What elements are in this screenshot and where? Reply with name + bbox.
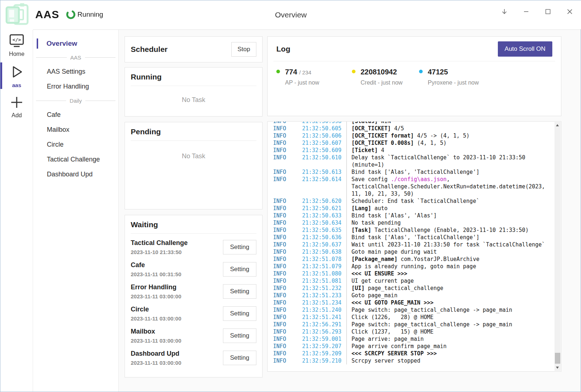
minimize-button[interactable] [518, 4, 534, 19]
log-timestamp: 21:32:50.606 [302, 132, 343, 139]
stop-button[interactable]: Stop [231, 42, 256, 57]
scroll-up-icon[interactable] [556, 124, 559, 126]
waiting-task-info: Dashboard Upd2023-11-11 03:00:00 [131, 350, 181, 366]
log-message: Delay task `TacticalChallenge` to 2023-1… [346, 154, 552, 168]
log-timestamp: 21:32:50.638 [302, 248, 343, 256]
log-message: <<< UI ENSURE >>> [346, 270, 552, 277]
log-timestamp: 21:32:50.635 [302, 226, 343, 234]
log-message: [Package_name] com.YostarJP.BlueArchive [346, 256, 552, 263]
log-message: <<< UI GOTO PAGE_MAIN >>> [346, 299, 552, 306]
arrow-down-icon [501, 8, 508, 15]
rail-item-aas[interactable]: aas [0, 60, 33, 91]
log-timestamp: 21:32:59.001 [302, 335, 343, 343]
log-level: INFO [273, 168, 302, 176]
log-message: [OCR_TICKET format] 4/5 -> (4, 1, 5) [346, 132, 552, 139]
log-line: INFO21:32:51.081UI get current page [273, 277, 552, 285]
sidebar-item-dashboard-upd[interactable]: Dashboard Upd [33, 167, 118, 182]
rail-item-add[interactable]: Add [0, 91, 33, 122]
log-line: INFO21:32:50.621[Lang] auto [273, 205, 552, 212]
log-message: Click (1226, 28) @ HOME [346, 314, 552, 321]
waiting-task-next-run: 2023-11-11 03:00:00 [131, 315, 181, 322]
setting-button[interactable]: Setting [223, 284, 256, 299]
waiting-task-row: Tactical Challenge2023-11-10 21:33:50Set… [131, 236, 256, 258]
hide-window-button[interactable] [496, 4, 512, 19]
log-output-card: INFO21:32:50.598[Status] WININFO21:32:50… [267, 121, 561, 372]
log-timestamp: 21:32:50.637 [302, 241, 343, 248]
log-level: INFO [273, 263, 302, 270]
divider [131, 140, 256, 141]
log-output: INFO21:32:50.598[Status] WININFO21:32:50… [268, 121, 561, 364]
active-indicator [0, 62, 2, 89]
setting-button[interactable]: Setting [223, 306, 256, 321]
log-line: INFO21:32:50.607[OCR_TICKET 0.008s] (4, … [273, 139, 552, 147]
sidebar-item-error-handling[interactable]: Error Handling [33, 79, 118, 94]
waiting-task-next-run: 2023-11-11 00:31:50 [131, 271, 181, 277]
log-message: Goto main page during wait [346, 248, 552, 256]
scroll-down-icon[interactable] [556, 367, 559, 369]
play-icon [9, 64, 24, 80]
log-timestamp: 21:32:51.234 [302, 299, 343, 306]
stat-value: 774 / 234 [285, 68, 352, 76]
log-timestamp: 21:32:50.613 [302, 168, 343, 176]
waiting-task-row: Circle2023-11-11 03:00:00Setting [131, 302, 256, 324]
pending-card: Pending No Task [125, 122, 263, 209]
scrollbar-thumb[interactable] [555, 353, 560, 364]
app-window: Overview AAS Running [0, 0, 581, 392]
log-line: INFO21:32:51.240Page switch: page_tactic… [273, 306, 552, 314]
log-level: INFO [273, 132, 302, 139]
log-line: INFO21:32:50.638Goto main page during wa… [273, 248, 552, 256]
log-timestamp: 21:32:50.633 [302, 212, 343, 219]
stat-value: 220810942 [361, 68, 419, 76]
minimize-icon [523, 8, 530, 15]
waiting-task-name: Error Handling [131, 283, 181, 291]
log-timestamp: 21:32:56.293 [302, 328, 343, 335]
log-line: INFO21:32:50.634No task pending [273, 219, 552, 226]
log-message: Click (1237, 15) @ HOME [346, 328, 552, 335]
stat-dot-icon [419, 70, 423, 73]
sidebar-item-cafe[interactable]: Cafe [33, 107, 118, 122]
log-message: Save config ./config\aas.json, TacticalC… [346, 176, 552, 197]
log-timestamp: 21:32:59.210 [302, 357, 343, 364]
waiting-task-name: Dashboard Upd [131, 350, 181, 358]
log-level: INFO [273, 256, 302, 263]
waiting-task-info: Mailbox2023-11-11 03:00:00 [131, 328, 181, 344]
rail-item-home[interactable]: </> Home [0, 30, 33, 60]
waiting-task-info: Error Handling2023-11-11 03:00:00 [131, 283, 181, 299]
waiting-task-row: Cafe2023-11-11 00:31:50Setting [131, 258, 256, 280]
log-timestamp: 21:32:51.078 [302, 256, 343, 263]
maximize-icon [544, 8, 552, 15]
log-timestamp: 21:32:50.620 [302, 197, 343, 205]
log-level: INFO [273, 285, 302, 292]
setting-button[interactable]: Setting [223, 351, 256, 365]
log-stat: 774 / 234AP - just now [276, 68, 352, 86]
close-button[interactable] [562, 4, 578, 19]
sidebar-item-aas-settings[interactable]: AAS Settings [33, 64, 118, 79]
log-timestamp: 21:32:51.080 [302, 270, 343, 277]
setting-button[interactable]: Setting [223, 240, 256, 254]
log-level: INFO [273, 226, 302, 234]
sidebar-item-mailbox[interactable]: Mailbox [33, 122, 118, 137]
maximize-button[interactable] [540, 4, 556, 19]
log-line: INFO21:32:50.614Save config ./config\aas… [273, 176, 552, 197]
log-message: No task pending [346, 219, 552, 226]
auto-scroll-button[interactable]: Auto Scroll ON [498, 41, 552, 57]
log-message: Scrcpy server stopped [346, 357, 552, 364]
log-level: INFO [273, 314, 302, 321]
log-line: INFO21:32:59.210Scrcpy server stopped [273, 357, 552, 364]
pending-title: Pending [131, 127, 161, 136]
log-scrollbar[interactable] [554, 122, 561, 371]
running-title: Running [131, 73, 162, 81]
app-logo-icon [5, 3, 29, 26]
sidebar-item-tactical-challenge[interactable]: Tactical Challenge [33, 152, 118, 167]
stat-label: Pyroxene - just now [428, 79, 479, 86]
log-level: INFO [273, 306, 302, 314]
setting-button[interactable]: Setting [223, 328, 256, 343]
waiting-task-info: Cafe2023-11-11 00:31:50 [131, 261, 181, 277]
log-level: INFO [273, 205, 302, 212]
sidebar-item-overview[interactable]: Overview [33, 38, 118, 49]
log-level: INFO [273, 197, 302, 205]
setting-button[interactable]: Setting [223, 262, 256, 277]
sidebar-item-circle[interactable]: Circle [33, 137, 118, 152]
log-line: INFO21:32:50.636Bind task ['Alas', 'Tact… [273, 234, 552, 241]
log-level: INFO [273, 212, 302, 219]
